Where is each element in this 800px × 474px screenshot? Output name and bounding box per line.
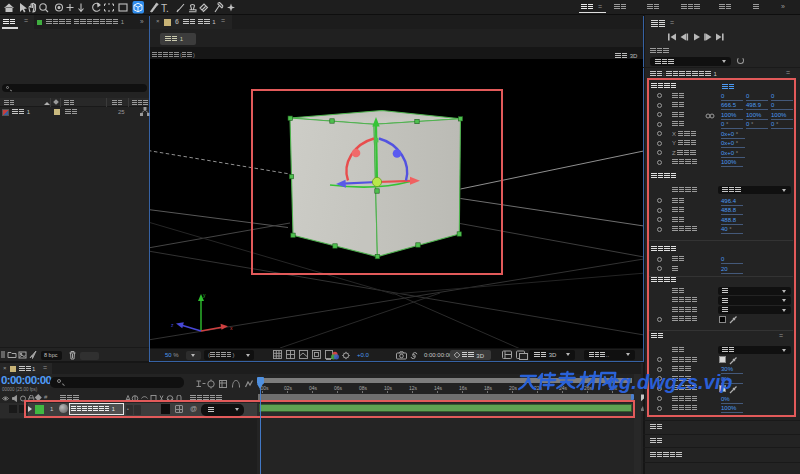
svg-text:cg.dwgzs.vip: cg.dwgzs.vip [608, 371, 732, 393]
svg-text:y: y [203, 292, 206, 298]
svg-text:T.: T. [161, 3, 169, 14]
svg-text:z: z [171, 322, 174, 328]
